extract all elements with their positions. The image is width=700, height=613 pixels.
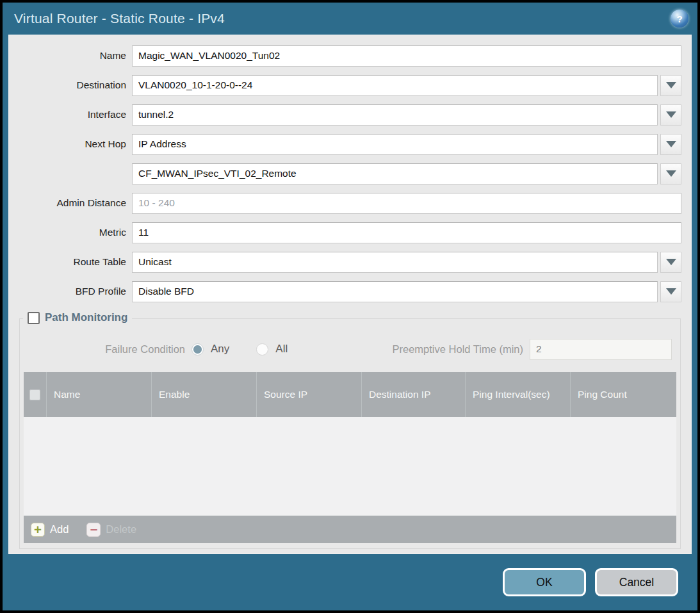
table-header-checkbox-cell — [24, 372, 47, 417]
ok-button[interactable]: OK — [503, 568, 586, 596]
name-label: Name — [9, 50, 132, 61]
column-header-destination-ip: Destination IP — [362, 372, 466, 417]
table-header-row: Name Enable Source IP Destination IP Pin… — [24, 372, 676, 417]
form-row-destination: Destination — [9, 70, 691, 100]
column-header-source-ip: Source IP — [257, 372, 362, 417]
chevron-down-icon — [666, 259, 676, 265]
interface-dropdown-button[interactable] — [660, 104, 681, 126]
select-all-checkbox — [29, 389, 40, 400]
next-hop-type-dropdown-button[interactable] — [660, 134, 681, 155]
bfd-profile-dropdown-button[interactable] — [660, 281, 681, 302]
form-row-admin-distance: Admin Distance — [9, 188, 691, 218]
preemptive-hold-time-input — [530, 339, 672, 360]
name-input[interactable] — [132, 45, 681, 67]
radio-all — [256, 343, 268, 356]
destination-label: Destination — [9, 79, 132, 91]
destination-input[interactable] — [132, 75, 658, 96]
chevron-down-icon — [666, 288, 676, 295]
dialog-title: Virtual Router - Static Route - IPv4 — [14, 11, 225, 26]
interface-input[interactable] — [132, 104, 658, 126]
admin-distance-label: Admin Distance — [9, 197, 132, 209]
chevron-down-icon — [666, 141, 676, 147]
radio-any — [191, 343, 204, 356]
interface-label: Interface — [9, 109, 132, 120]
delete-button-label: Delete — [106, 523, 136, 535]
failure-condition-label: Failure Condition — [20, 343, 191, 356]
next-hop-type-input[interactable] — [132, 134, 658, 155]
failure-condition-row: Failure Condition Any All Preemptive Hol… — [20, 338, 680, 360]
radio-all-label: All — [275, 343, 288, 356]
path-monitoring-checkbox[interactable] — [28, 312, 40, 324]
route-table-dropdown-button[interactable] — [660, 252, 681, 273]
form-row-route-table: Route Table — [9, 247, 691, 277]
bfd-profile-label: BFD Profile — [9, 286, 132, 297]
add-button[interactable]: + Add — [31, 523, 69, 537]
form-row-name: Name — [9, 41, 691, 70]
delete-button: − Delete — [86, 523, 136, 537]
next-hop-address-input[interactable] — [132, 163, 658, 184]
path-monitoring-legend: Path Monitoring — [23, 311, 132, 324]
failure-condition-all-option: All — [256, 343, 288, 356]
minus-icon: − — [86, 523, 101, 537]
destination-dropdown-button[interactable] — [660, 75, 681, 96]
plus-icon: + — [31, 523, 45, 537]
cancel-button[interactable]: Cancel — [595, 568, 678, 596]
radio-any-label: Any — [211, 343, 229, 356]
path-monitoring-table: Name Enable Source IP Destination IP Pin… — [24, 372, 676, 543]
titlebar: Virtual Router - Static Route - IPv4 ? — [3, 3, 697, 35]
next-hop-address-dropdown-button[interactable] — [660, 163, 681, 184]
route-table-label: Route Table — [9, 256, 132, 268]
next-hop-label: Next Hop — [9, 138, 132, 150]
form-row-interface: Interface — [9, 100, 691, 129]
form-row-next-hop: Next Hop — [9, 129, 691, 159]
form-row-metric: Metric — [9, 218, 691, 247]
table-toolbar: + Add − Delete — [24, 516, 676, 543]
path-monitoring-fieldset: Path Monitoring Failure Condition Any Al… — [19, 318, 681, 549]
metric-label: Metric — [9, 227, 132, 238]
admin-distance-input[interactable] — [132, 193, 681, 214]
column-header-ping-interval: Ping Interval(sec) — [466, 372, 571, 417]
help-icon[interactable]: ? — [671, 10, 688, 28]
preemptive-hold-time-group: Preemptive Hold Time (min) — [393, 339, 672, 360]
column-header-name: Name — [47, 372, 152, 417]
chevron-down-icon — [666, 170, 676, 177]
dialog-content: Name Destination Interface — [8, 35, 692, 554]
dialog-window: Virtual Router - Static Route - IPv4 ? N… — [0, 0, 700, 613]
path-monitoring-title: Path Monitoring — [45, 311, 127, 324]
failure-condition-any-option: Any — [191, 343, 229, 356]
form-row-bfd-profile: BFD Profile — [9, 277, 691, 306]
preemptive-hold-time-label: Preemptive Hold Time (min) — [393, 343, 530, 356]
form-row-next-hop-address — [9, 159, 691, 188]
route-table-input[interactable] — [132, 252, 658, 273]
dialog-footer: OK Cancel — [3, 554, 697, 610]
column-header-enable: Enable — [152, 372, 257, 417]
add-button-label: Add — [50, 523, 69, 535]
table-body-empty — [24, 417, 676, 516]
chevron-down-icon — [666, 111, 676, 118]
bfd-profile-input[interactable] — [132, 281, 658, 302]
metric-input[interactable] — [132, 222, 681, 243]
chevron-down-icon — [666, 82, 676, 88]
column-header-ping-count: Ping Count — [571, 372, 676, 417]
